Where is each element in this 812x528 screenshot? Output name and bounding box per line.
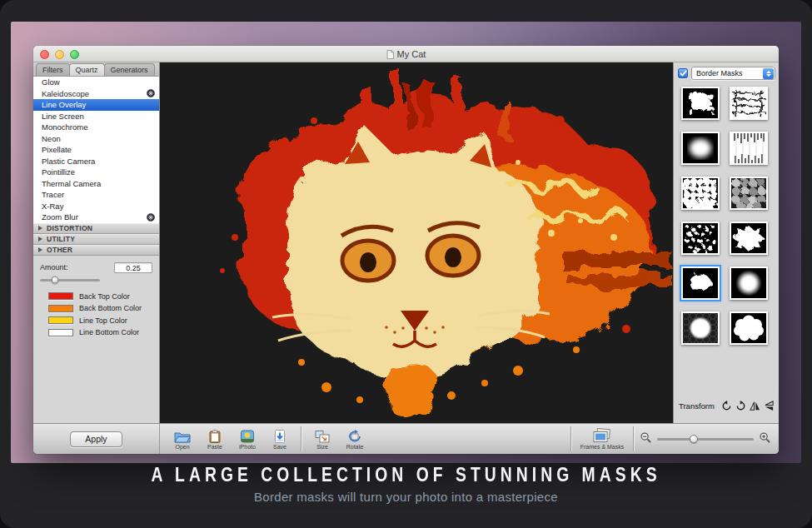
iphoto-icon (239, 428, 256, 443)
mask-thumbnail[interactable] (681, 266, 720, 300)
toolbar-divider (570, 426, 571, 451)
section-label: UTILITY (47, 235, 75, 243)
zoom-in-icon[interactable] (760, 431, 770, 446)
filter-item-label: Tracer (42, 190, 64, 199)
filter-item[interactable]: Plastic Camera (33, 156, 159, 167)
marketing-caption: A LARGE COLLECTION OF STUNNING MASKS Bor… (0, 464, 812, 504)
window-title: My Cat (33, 46, 779, 62)
mask-thumbnail[interactable] (681, 87, 720, 120)
save-button[interactable]: Save (264, 428, 296, 450)
title-bar: My Cat (33, 46, 779, 62)
amount-slider-knob[interactable] (52, 276, 59, 284)
mask-thumbnail[interactable] (730, 266, 768, 300)
mask-thumbnail[interactable] (730, 132, 768, 165)
window-controls (40, 50, 79, 59)
apply-button[interactable]: Apply (70, 431, 122, 447)
open-button[interactable]: Open (167, 428, 198, 450)
filter-item[interactable]: Monochrome (33, 122, 159, 133)
resize-icon (314, 428, 331, 443)
rotate-button[interactable]: Rotate (339, 428, 371, 450)
filter-item-selected[interactable]: Line Overlay (33, 99, 159, 111)
zoom-out-icon[interactable] (640, 431, 651, 446)
tab-generators[interactable]: Generators (104, 63, 155, 76)
amount-label: Amount: (40, 263, 68, 271)
filter-item[interactable]: Neon (33, 133, 159, 145)
mask-category-label: Border Masks (696, 69, 743, 77)
zoom-slider-knob[interactable] (690, 435, 698, 443)
filter-item[interactable]: Line Screen (33, 111, 159, 122)
color-row: Line Bottom Color (48, 328, 152, 336)
flip-horizontal-icon[interactable] (750, 401, 760, 411)
section-utility[interactable]: UTILITY (33, 234, 159, 245)
filter-item-label: Thermal Camera (42, 179, 101, 188)
tab-quartz[interactable]: Quartz (69, 63, 105, 76)
disclosure-triangle-icon (38, 247, 42, 252)
size-button[interactable]: Size (306, 428, 338, 450)
mask-category-dropdown[interactable]: Border Masks (691, 67, 775, 80)
filter-item-label: Glow (42, 77, 60, 87)
app-window: My Cat Filters Quartz Generators Glow Ka… (33, 46, 779, 454)
masks-enabled-checkbox[interactable] (678, 68, 688, 78)
minimize-window-button[interactable] (55, 50, 64, 59)
tool-label: Paste (207, 444, 222, 450)
rotate-arrow-icon (346, 428, 363, 443)
filter-parameters: Amount: 0.25 Back Top Color Back Bottom … (33, 256, 159, 337)
zoom-window-button[interactable] (70, 50, 79, 59)
canvas-artwork (160, 62, 673, 423)
filter-item-label: Plastic Camera (42, 157, 95, 166)
tool-label: iPhoto (239, 444, 256, 450)
tool-label: Size (316, 444, 328, 450)
zoom-slider[interactable] (657, 438, 754, 441)
frames-masks-button[interactable]: Frames & Masks (576, 428, 628, 450)
tool-label: Rotate (346, 444, 364, 450)
color-swatch[interactable] (48, 316, 73, 324)
caption-subtitle: Border masks will turn your photo into a… (0, 490, 812, 504)
bottom-toolbar: Apply Open Paste iPhoto (33, 423, 779, 454)
document-icon (386, 50, 394, 59)
rotate-right-icon[interactable] (735, 401, 746, 411)
color-swatch[interactable] (48, 329, 73, 336)
save-icon (271, 428, 288, 443)
tab-filters[interactable]: Filters (36, 63, 70, 76)
iphoto-button[interactable]: iPhoto (232, 428, 263, 450)
filter-item-label: Kaleidoscope (42, 89, 89, 98)
section-label: OTHER (47, 246, 72, 254)
color-swatch[interactable] (48, 305, 73, 312)
mask-thumbnail[interactable] (730, 222, 768, 255)
mask-thumbnail[interactable] (681, 132, 720, 165)
flip-vertical-icon[interactable] (764, 401, 775, 411)
filter-item[interactable]: X-Ray (33, 201, 159, 212)
mask-thumbnail[interactable] (681, 311, 720, 345)
masks-sidebar: Border Masks (673, 62, 779, 423)
rotate-left-icon[interactable] (721, 401, 732, 411)
tool-label: Save (273, 444, 286, 450)
color-parameters: Back Top Color Back Bottom Color Line To… (48, 292, 152, 337)
mask-thumbnail[interactable] (730, 87, 768, 120)
close-window-button[interactable] (40, 50, 49, 59)
mask-thumbnail[interactable] (730, 177, 768, 210)
mask-thumbnail[interactable] (681, 222, 720, 255)
filter-item-label: X-Ray (42, 202, 63, 211)
filter-item[interactable]: Thermal Camera (33, 178, 159, 190)
color-swatch[interactable] (48, 292, 73, 300)
filter-item[interactable]: Pixellate (33, 144, 159, 156)
filter-item-label: Line Overlay (42, 100, 86, 109)
filter-item[interactable]: Pointillize (33, 167, 159, 178)
window-title-text: My Cat (397, 49, 426, 59)
amount-value-field[interactable]: 0.25 (114, 262, 152, 273)
color-label: Back Bottom Color (79, 304, 142, 312)
mask-thumbnail[interactable] (681, 177, 720, 210)
filter-item[interactable]: Kaleidoscope (33, 88, 159, 100)
filter-item[interactable]: Tracer (33, 189, 159, 201)
amount-slider[interactable] (40, 279, 100, 281)
paste-button[interactable]: Paste (199, 428, 231, 450)
transform-label: Transform (679, 401, 715, 411)
section-distortion[interactable]: DISTORTION (33, 223, 159, 234)
filter-item[interactable]: Zoom Blur (33, 212, 159, 223)
mask-thumbnail[interactable] (730, 311, 768, 345)
filter-item-label: Neon (42, 134, 61, 143)
disclosure-triangle-icon (38, 226, 42, 231)
section-other[interactable]: OTHER (33, 245, 159, 256)
filter-item[interactable]: Glow (33, 77, 159, 88)
zoom-controls (639, 431, 772, 446)
